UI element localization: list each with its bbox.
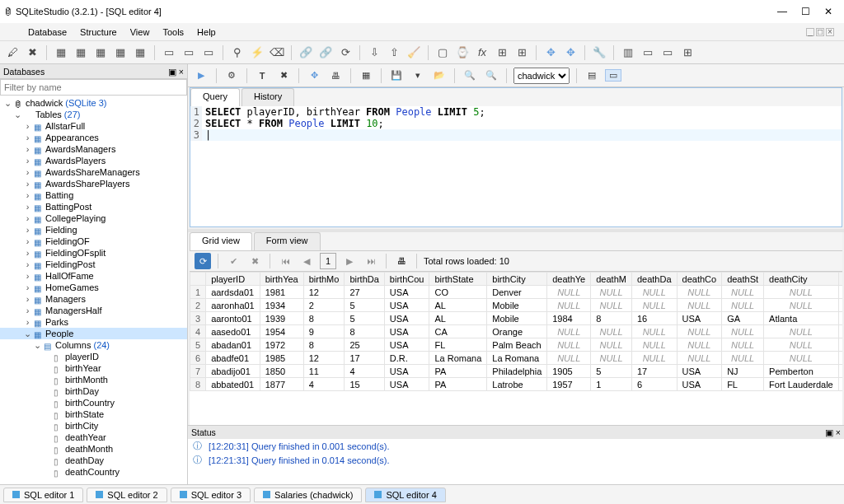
column-header[interactable]: birthState — [429, 273, 487, 286]
table-add-icon[interactable]: ▦ — [54, 45, 68, 60]
tree-row[interactable]: ›Parks — [0, 316, 187, 328]
filter-input[interactable] — [0, 79, 187, 96]
tree-row[interactable]: ›AwardsPlayers — [0, 155, 187, 166]
bottom-tab[interactable]: Salaries (chadwick) — [254, 488, 362, 502]
menu-tools[interactable]: Tools — [162, 27, 184, 37]
table-row[interactable]: 6abadfe0119851217D.R.La RomanaLa RomanaN… — [190, 352, 843, 365]
import-icon[interactable]: ⇩ — [367, 45, 382, 60]
layout-3-icon[interactable]: ▭ — [660, 45, 675, 60]
tree-row[interactable]: ⌄People — [0, 328, 187, 339]
tree-row[interactable]: ›Managers — [0, 293, 187, 305]
tree-row[interactable]: birthDay — [0, 385, 187, 397]
menu-help[interactable]: Help — [197, 27, 216, 37]
last-page-icon[interactable]: ⏭ — [363, 253, 379, 269]
next-page-icon[interactable]: ▶ — [341, 253, 358, 269]
column-header[interactable]: birthDa — [345, 273, 384, 286]
tree-row[interactable]: ›AllstarFull — [0, 120, 187, 132]
layout-single-icon[interactable]: ▭ — [605, 69, 621, 82]
minimize-button[interactable]: — — [776, 6, 788, 17]
tree-row[interactable]: ›AwardsSharePlayers — [0, 178, 187, 189]
status-close-icon[interactable]: × — [836, 427, 841, 437]
maximize-button[interactable]: ☐ — [799, 6, 811, 17]
layout-2-icon[interactable]: ▭ — [640, 45, 655, 60]
table-row[interactable]: 5abadan011972825USAFLPalm BeachNULLNULLN… — [190, 338, 843, 352]
page-number[interactable]: 1 — [320, 253, 336, 269]
save-sql-icon[interactable]: ▦ — [358, 70, 374, 81]
mdi-window-controls[interactable]: _□× — [806, 28, 837, 36]
tree-row[interactable]: ⌄Tables (27) — [0, 109, 187, 120]
index-icon[interactable]: ⚲ — [230, 45, 245, 60]
tree-row[interactable]: ›AwardsShareManagers — [0, 166, 187, 178]
tree-row[interactable]: ⌄chadwick (SQLite 3) — [0, 97, 187, 109]
tree-row[interactable]: deathDay — [0, 455, 187, 466]
sql-editor-icon[interactable]: ▢ — [435, 45, 450, 60]
dock-float-icon[interactable]: ▣ — [168, 67, 176, 77]
column-header[interactable]: playerID — [206, 273, 260, 286]
prev-page-icon[interactable]: ◀ — [298, 253, 315, 269]
results-grid[interactable]: playerIDbirthYeabirthMobirthDabirthCoubi… — [190, 272, 842, 425]
commit-icon[interactable]: ✔ — [225, 253, 241, 269]
column-header[interactable]: deathCo — [677, 273, 722, 286]
table-edit-icon[interactable]: ▦ — [73, 45, 88, 60]
refresh-results-icon[interactable]: ⟳ — [195, 253, 211, 269]
tab-query[interactable]: Query — [190, 88, 240, 106]
tree-row[interactable]: ›BattingPost — [0, 201, 187, 212]
open-icon[interactable]: 📂 — [431, 70, 448, 81]
code-editor[interactable]: 1SELECT playerID, birthYear FROM People … — [190, 106, 842, 226]
layout-1-icon[interactable]: ▥ — [621, 45, 635, 60]
explain-icon[interactable]: ⚙ — [223, 70, 240, 81]
print-icon[interactable]: 🖶 — [327, 71, 344, 81]
tab-form-view[interactable]: Form view — [254, 232, 321, 250]
format-bold-icon[interactable]: T — [254, 71, 270, 81]
clear-icon[interactable]: ✖ — [275, 70, 292, 81]
close-button[interactable]: ✕ — [823, 6, 834, 17]
tree-row[interactable]: ›HomeGames — [0, 282, 187, 293]
first-page-icon[interactable]: ⏮ — [277, 253, 293, 269]
database-select[interactable]: chadwick — [513, 68, 570, 84]
column-header[interactable]: birthCou — [384, 273, 429, 286]
column-header[interactable]: name — [838, 273, 842, 286]
menu-view[interactable]: View — [130, 27, 150, 37]
tree-row[interactable]: ›AwardsManagers — [0, 143, 187, 155]
tree-row[interactable]: ⌄Columns (24) — [0, 339, 187, 351]
tree-row[interactable]: birthCountry — [0, 397, 187, 408]
tree-row[interactable]: ›HallOfFame — [0, 270, 187, 282]
export-icon[interactable]: ⇧ — [387, 45, 401, 60]
trigger-icon[interactable]: ⚡ — [250, 45, 265, 60]
table-row[interactable]: 7abadijo011850114USAPAPhiladelphia190551… — [190, 365, 843, 378]
view-edit-icon[interactable]: ▭ — [181, 45, 196, 60]
menu-database[interactable]: Database — [28, 27, 67, 37]
table-row[interactable]: 3aaronto01193985USAALMobile1984816USAGAA… — [190, 312, 843, 325]
table-row[interactable]: 2aaronha01193425USAALMobileNULLNULLNULLN… — [190, 299, 843, 312]
vacuum-icon[interactable]: 🧹 — [406, 45, 421, 60]
column-header[interactable]: deathDa — [631, 273, 677, 286]
fx-icon[interactable]: fx — [475, 45, 490, 60]
tree-row[interactable]: ›FieldingOF — [0, 236, 187, 247]
tree-row[interactable]: birthCity — [0, 420, 187, 432]
refresh-icon[interactable]: ⟳ — [338, 45, 353, 60]
database-tree[interactable]: ⌄chadwick (SQLite 3)⌄Tables (27)›Allstar… — [0, 96, 187, 484]
link-icon[interactable]: 🔗 — [298, 45, 313, 60]
tree-row[interactable]: birthState — [0, 408, 187, 420]
tree-row[interactable]: birthYear — [0, 362, 187, 374]
find-replace-icon[interactable]: 🔍 — [483, 70, 499, 81]
column-header[interactable]: deathCity — [764, 273, 839, 286]
run-query-icon[interactable]: ▶ — [193, 70, 209, 81]
tab-history[interactable]: History — [241, 88, 294, 106]
rollback-icon[interactable]: ✖ — [246, 253, 263, 269]
table-refresh-icon[interactable]: ▦ — [133, 45, 148, 60]
tree-row[interactable]: ›Appearances — [0, 132, 187, 143]
collapse-icon[interactable]: ✥ — [563, 45, 578, 60]
collation-icon[interactable]: ⊞ — [495, 45, 509, 60]
column-header[interactable]: deathSt — [722, 273, 764, 286]
print-results-icon[interactable]: 🖶 — [393, 253, 410, 269]
tree-row[interactable]: birthMonth — [0, 374, 187, 385]
layout-split-v-icon[interactable]: ▤ — [584, 70, 600, 81]
expand-icon[interactable]: ✥ — [543, 45, 558, 60]
disconnect-icon[interactable]: ✖ — [25, 45, 40, 60]
tree-row[interactable]: playerID — [0, 351, 187, 362]
history-icon[interactable]: ⌚ — [455, 45, 470, 60]
column-header[interactable]: birthYea — [260, 273, 303, 286]
column-header[interactable]: birthMo — [303, 273, 345, 286]
save-dropdown-icon[interactable]: ▾ — [410, 70, 426, 81]
